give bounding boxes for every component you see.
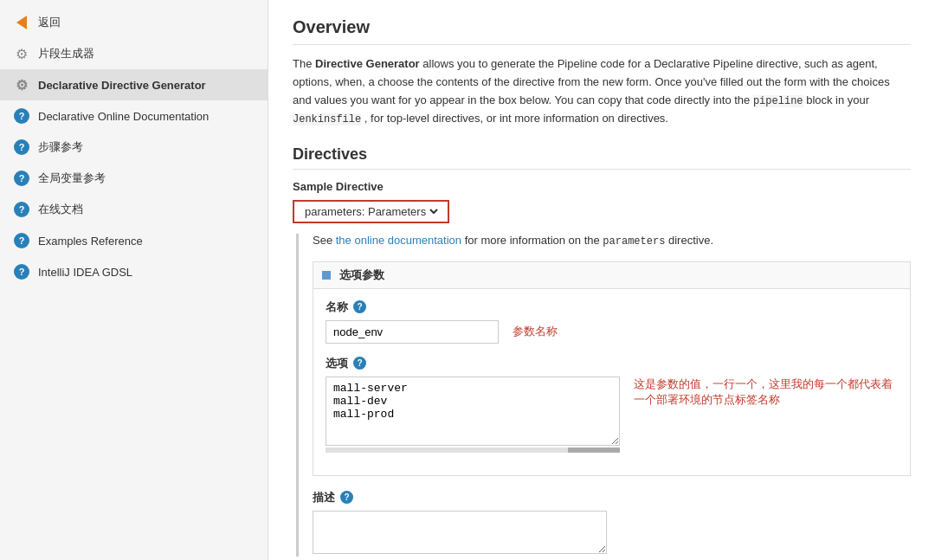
sidebar-item-declarative-label: Declarative Directive Generator (38, 79, 206, 92)
scrollbar-hint (326, 447, 620, 453)
sidebar-item-snippet-gen[interactable]: ⚙ 片段生成器 (0, 38, 268, 69)
options-help-icon[interactable]: ? (353, 357, 366, 370)
sidebar-item-back-label: 返回 (38, 15, 61, 30)
doc-link-before: See (313, 234, 336, 247)
directive-select[interactable]: parameters: Parameters agent options tri… (301, 204, 441, 219)
description-textarea[interactable] (313, 511, 607, 554)
options-field-label: 选项 ? (326, 356, 898, 371)
doc-link-after: for more information on the (465, 234, 603, 247)
question-icon-docs: ? (14, 202, 29, 217)
overview-text-before: The (293, 57, 315, 70)
gear-icon-declarative: ⚙ (14, 77, 29, 93)
options-textarea-wrapper: mall-server mall-dev mall-prod (326, 377, 620, 453)
optional-params-title: 选项参数 (339, 267, 384, 283)
content-area: Overview The Directive Generator allows … (268, 0, 935, 560)
blue-square-icon (322, 271, 331, 280)
scrollbar-thumb[interactable] (568, 447, 620, 453)
sidebar-item-online-doc-label: Declarative Online Documentation (38, 110, 209, 123)
overview-text: The Directive Generator allows you to ge… (293, 55, 911, 128)
doc-link-paragraph: See the online documentation for more in… (313, 234, 911, 248)
sidebar-item-online-doc[interactable]: ? Declarative Online Documentation (0, 100, 268, 132)
directive-select-box[interactable]: parameters: Parameters agent options tri… (293, 200, 449, 223)
name-field-row: 名称 ? 参数名称 (326, 299, 898, 344)
sidebar-item-snippet-label: 片段生成器 (38, 46, 94, 61)
overview-code2: Jenkinsfile (293, 113, 361, 126)
description-help-icon[interactable]: ? (340, 491, 353, 504)
directive-body: See the online documentation for more in… (296, 234, 911, 557)
optional-params-body: 名称 ? 参数名称 选项 ? (313, 289, 910, 475)
question-icon-steps: ? (14, 139, 29, 155)
name-input-row: 参数名称 (326, 320, 898, 344)
sample-directive-label: Sample Directive (293, 180, 911, 193)
sidebar-item-steps-ref[interactable]: ? 步骤参考 (0, 132, 268, 163)
name-help-icon[interactable]: ? (353, 300, 366, 313)
options-textarea[interactable]: mall-server mall-dev mall-prod (326, 377, 620, 446)
back-icon (14, 15, 29, 30)
doc-link-code: parameters (603, 235, 665, 248)
optional-params-header: 选项参数 (313, 262, 910, 289)
sidebar: 返回 ⚙ 片段生成器 ⚙ Declarative Directive Gener… (0, 0, 268, 560)
doc-link-end: directive. (668, 234, 713, 247)
sidebar-item-back[interactable]: 返回 (0, 7, 268, 38)
sidebar-item-examples-label: Examples Reference (38, 235, 143, 248)
main-layout: 返回 ⚙ 片段生成器 ⚙ Declarative Directive Gener… (0, 0, 935, 560)
question-icon-examples: ? (14, 233, 29, 248)
sidebar-item-online-docs[interactable]: ? 在线文档 (0, 194, 268, 225)
sidebar-item-global-label: 全局变量参考 (38, 171, 106, 186)
doc-link-anchor[interactable]: the online documentation (336, 234, 461, 247)
optional-params-box: 选项参数 名称 ? 参数名称 (313, 261, 911, 476)
overview-code1: pipeline (753, 95, 803, 107)
sidebar-item-intellij[interactable]: ? IntelliJ IDEA GDSL (0, 256, 268, 287)
name-hint: 参数名称 (513, 324, 558, 339)
options-hint: 这是参数的值，一行一个，这里我的每一个都代表着一个部署环境的节点标签名称 (634, 377, 898, 408)
overview-cont2: , for top-level directives, or int more … (364, 112, 668, 125)
sidebar-item-steps-label: 步骤参考 (38, 139, 83, 155)
options-field-row: 选项 ? mall-server mall-dev mall-prod 这是参数… (326, 356, 898, 453)
description-label: 描述 ? (313, 490, 911, 505)
question-icon-global: ? (14, 171, 29, 186)
name-field-label: 名称 ? (326, 299, 898, 315)
sidebar-item-examples[interactable]: ? Examples Reference (0, 225, 268, 256)
overview-title: Overview (293, 17, 911, 45)
sidebar-item-global-var[interactable]: ? 全局变量参考 (0, 163, 268, 194)
question-icon-online-doc: ? (14, 108, 29, 124)
sidebar-item-declarative-directive-gen[interactable]: ⚙ Declarative Directive Generator (0, 69, 268, 100)
sidebar-item-docs-label: 在线文档 (38, 202, 83, 217)
question-icon-intellij: ? (14, 264, 29, 280)
overview-cont1: block in your (806, 93, 869, 106)
options-textarea-row: mall-server mall-dev mall-prod 这是参数的值，一行… (326, 377, 898, 453)
name-input[interactable] (326, 320, 499, 344)
sidebar-item-intellij-label: IntelliJ IDEA GDSL (38, 266, 132, 279)
description-section: 描述 ? (313, 490, 911, 557)
directives-title: Directives (293, 145, 911, 170)
overview-bold: Directive Generator (315, 57, 420, 70)
gear-icon-snippet: ⚙ (14, 46, 29, 61)
